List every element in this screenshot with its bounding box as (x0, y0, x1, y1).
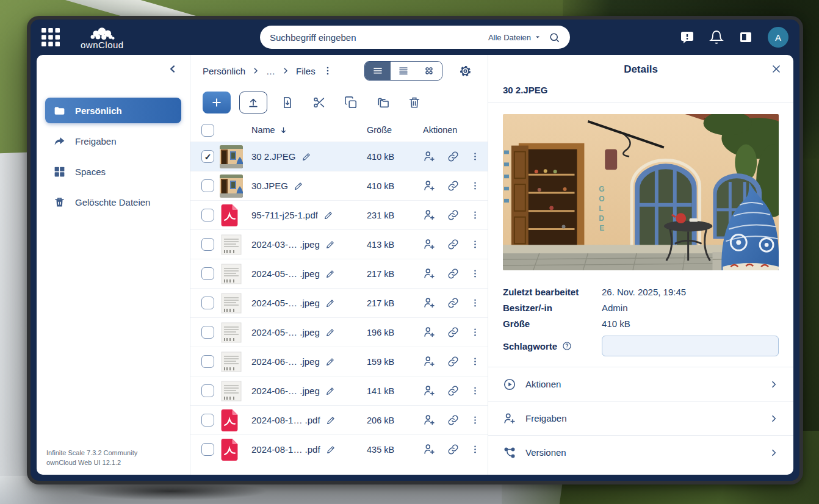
row-checkbox[interactable] (201, 150, 214, 163)
file-name[interactable]: 2024-08-1… .pdf (251, 444, 320, 455)
row-menu-icon[interactable] (471, 327, 480, 337)
breadcrumb-files[interactable]: Files (296, 66, 316, 76)
rename-icon[interactable] (325, 298, 335, 308)
copy-button[interactable] (339, 91, 363, 114)
search-scope-dropdown[interactable]: Alle Dateien (488, 33, 541, 42)
file-name[interactable]: 30.JPEG (251, 181, 288, 191)
search-icon[interactable] (549, 32, 560, 43)
row-menu-icon[interactable] (471, 444, 480, 455)
share-person-plus-icon[interactable] (423, 414, 436, 427)
share-person-plus-icon[interactable] (423, 267, 436, 280)
file-name[interactable]: 2024-05-… .jpeg (251, 268, 320, 279)
copy-link-icon[interactable] (447, 268, 459, 279)
file-name[interactable]: 2024-06-… .jpeg (251, 356, 320, 367)
breadcrumb-ellipsis[interactable]: … (266, 66, 275, 76)
section-freigaben[interactable]: Freigaben (488, 401, 793, 435)
table-row[interactable]: 2024-03-… .jpeg 413 kB (190, 229, 488, 259)
table-row[interactable]: 2024-05-… .jpeg 217 kB (190, 259, 488, 288)
sidebar-item-persoenlich[interactable]: Persönlich (45, 98, 181, 123)
share-person-plus-icon[interactable] (423, 443, 436, 456)
delete-button[interactable] (403, 91, 426, 114)
copy-link-icon[interactable] (447, 356, 459, 367)
rename-icon[interactable] (301, 152, 311, 162)
row-menu-icon[interactable] (471, 415, 480, 425)
table-row[interactable]: 2024-06-… .jpeg 159 kB (190, 347, 488, 376)
share-person-plus-icon[interactable] (423, 384, 436, 397)
owncloud-logo[interactable]: ownCloud (81, 26, 124, 49)
copy-link-icon[interactable] (447, 180, 459, 192)
rename-icon[interactable] (323, 211, 333, 220)
sidebar-item-freigaben[interactable]: Freigaben (45, 128, 181, 154)
search-input[interactable] (270, 32, 481, 43)
rename-icon[interactable] (294, 181, 303, 191)
row-checkbox[interactable] (201, 297, 214, 309)
breadcrumb-persoenlich[interactable]: Persönlich (203, 66, 245, 76)
row-checkbox[interactable] (201, 443, 214, 456)
file-name[interactable]: 2024-08-1… .pdf (251, 415, 320, 425)
table-row[interactable]: 30.JPEG 410 kB (190, 171, 488, 200)
download-button[interactable] (276, 91, 299, 114)
close-icon[interactable] (770, 63, 782, 75)
paste-folders-button[interactable] (371, 91, 394, 114)
row-checkbox[interactable] (201, 267, 214, 280)
row-menu-icon[interactable] (471, 151, 480, 162)
row-menu-icon[interactable] (471, 356, 480, 367)
rename-icon[interactable] (326, 445, 336, 455)
view-list-button[interactable] (365, 62, 391, 80)
file-name[interactable]: 2024-05-… .jpeg (251, 327, 320, 337)
view-condensed-button[interactable] (391, 62, 416, 80)
row-checkbox[interactable] (201, 414, 214, 427)
table-row[interactable]: 2024-05-… .jpeg 196 kB (190, 317, 488, 347)
table-row[interactable]: 2024-08-1… .pdf 435 kB (190, 434, 488, 464)
sidebar-item-spaces[interactable]: Spaces (45, 159, 181, 184)
sidebar-item-geloeschte-dateien[interactable]: Gelöschte Dateien (45, 189, 181, 215)
row-checkbox[interactable] (201, 384, 214, 397)
row-checkbox[interactable] (201, 355, 214, 368)
row-menu-icon[interactable] (471, 181, 480, 191)
table-row[interactable]: 2024-08-1… .pdf 206 kB (190, 405, 488, 434)
row-menu-icon[interactable] (471, 210, 480, 220)
toggle-sidebar-icon[interactable] (738, 30, 753, 45)
section-versionen[interactable]: Versionen (488, 435, 793, 469)
share-person-plus-icon[interactable] (423, 297, 436, 309)
table-row[interactable]: 95-711-j25-1.pdf 231 kB (190, 200, 488, 229)
file-name[interactable]: 30 2.JPEG (251, 151, 296, 162)
view-settings-button[interactable] (455, 60, 475, 81)
copy-link-icon[interactable] (447, 326, 459, 338)
help-icon[interactable] (562, 341, 572, 351)
copy-link-icon[interactable] (447, 444, 459, 455)
row-checkbox[interactable] (201, 209, 214, 221)
rename-icon[interactable] (325, 386, 335, 396)
rename-icon[interactable] (325, 269, 335, 279)
tags-input[interactable] (602, 336, 779, 356)
column-header-name[interactable]: Name (251, 125, 367, 135)
row-checkbox[interactable] (201, 238, 214, 251)
feedback-icon[interactable] (680, 30, 695, 45)
share-person-plus-icon[interactable] (423, 238, 436, 251)
select-all-checkbox[interactable] (201, 124, 214, 137)
collapse-sidebar-icon[interactable] (167, 63, 179, 75)
app-switcher-icon[interactable] (41, 28, 60, 46)
row-menu-icon[interactable] (471, 268, 480, 279)
copy-link-icon[interactable] (447, 385, 459, 397)
file-name[interactable]: 2024-05-… .jpeg (251, 298, 320, 308)
share-person-plus-icon[interactable] (423, 150, 436, 163)
column-header-size[interactable]: Größe (367, 125, 419, 135)
table-row[interactable]: 2024-06-… .jpeg 141 kB (190, 376, 488, 405)
table-row[interactable]: 2024-05-… .jpeg 217 kB (190, 288, 488, 317)
rename-icon[interactable] (325, 240, 335, 250)
table-row[interactable]: 30 2.JPEG 410 kB (190, 142, 488, 171)
row-menu-icon[interactable] (471, 386, 480, 396)
view-tiles-button[interactable] (416, 62, 442, 80)
copy-link-icon[interactable] (447, 239, 459, 250)
avatar[interactable]: A (768, 27, 788, 48)
share-person-plus-icon[interactable] (423, 179, 436, 192)
copy-link-icon[interactable] (447, 151, 459, 162)
row-checkbox[interactable] (201, 179, 214, 192)
row-checkbox[interactable] (201, 326, 214, 339)
breadcrumb-context-menu-icon[interactable] (323, 65, 333, 76)
new-file-button[interactable] (203, 92, 231, 113)
copy-link-icon[interactable] (447, 297, 459, 309)
copy-link-icon[interactable] (447, 414, 459, 426)
row-menu-icon[interactable] (471, 298, 480, 308)
